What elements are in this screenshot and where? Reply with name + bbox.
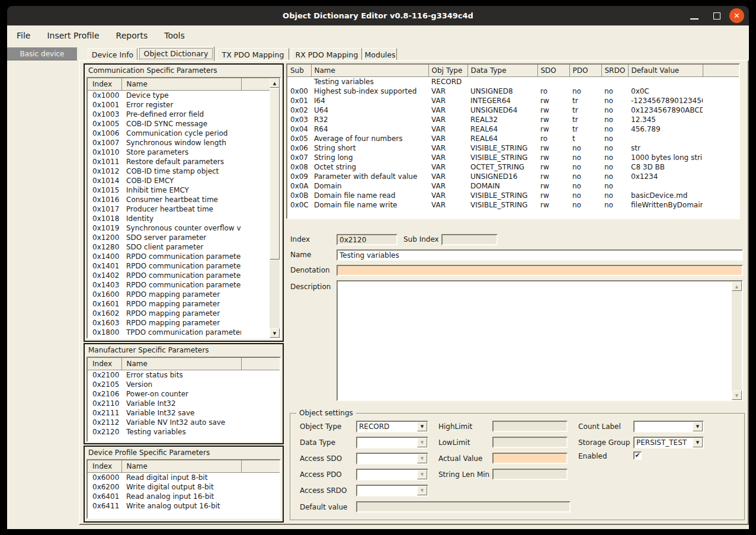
- table-row[interactable]: 0x1400RPDO communication parameter: [88, 252, 270, 261]
- description-field[interactable]: ▲ ▼: [337, 280, 743, 401]
- table-row[interactable]: 0x1010Store parameters: [88, 148, 270, 157]
- table-row[interactable]: 0x0BDomain file name readVARVISIBLE_STRI…: [287, 191, 739, 200]
- chevron-down-icon[interactable]: ▼: [693, 438, 703, 447]
- table-row[interactable]: 0x2105Version: [88, 380, 280, 389]
- close-button[interactable]: ✕: [729, 6, 745, 25]
- data-type-select[interactable]: ▼: [356, 437, 428, 448]
- scroll-up-icon[interactable]: ▲: [270, 78, 280, 88]
- table-row[interactable]: 0x2106Power-on counter: [88, 389, 280, 399]
- table-row[interactable]: 0x1602RPDO mapping parameter: [88, 309, 270, 318]
- column-header-data-type[interactable]: Data Type: [467, 65, 537, 76]
- table-row[interactable]: 0x2110Variable Int32: [88, 399, 280, 408]
- table-row[interactable]: 0x1402RPDO communication parameter: [88, 271, 270, 280]
- column-header-sdo[interactable]: SDO: [537, 65, 569, 76]
- table-row[interactable]: 0x2100Error status bits: [88, 370, 280, 380]
- table-row[interactable]: Testing variablesRECORD: [287, 76, 739, 87]
- chevron-down-icon[interactable]: ▼: [693, 422, 703, 431]
- tab-rx-pdo-mapping[interactable]: RX PDO Mapping: [291, 48, 362, 61]
- column-header-name[interactable]: Name: [311, 65, 428, 76]
- column-header-obj-type[interactable]: Obj Type: [428, 65, 467, 76]
- menu-file[interactable]: File: [17, 31, 30, 40]
- table-row[interactable]: 0x09Parameter with default valueVARUNSIG…: [287, 172, 739, 181]
- enabled-checkbox[interactable]: ✔: [633, 451, 642, 460]
- table-row[interactable]: 0x0ADomainVARDOMAINrwnono: [287, 181, 739, 191]
- column-header-name[interactable]: Name: [121, 460, 241, 472]
- index-field[interactable]: [337, 234, 398, 245]
- column-header-index[interactable]: Index: [88, 78, 121, 90]
- table-row[interactable]: 0x1018Identity: [88, 214, 270, 223]
- table-row[interactable]: 0x1000Device type: [88, 90, 270, 100]
- column-header-default-value[interactable]: Default Value: [628, 65, 703, 76]
- string-len-min-field[interactable]: [492, 469, 568, 480]
- column-header-index[interactable]: Index: [88, 460, 121, 472]
- table-row[interactable]: 0x05Average of four numbersVARREAL64rotn…: [287, 134, 739, 143]
- table-row[interactable]: 0x1019Synchronous counter overflow value: [88, 223, 270, 233]
- storage-group-select[interactable]: PERSIST_TEST ▼: [633, 437, 704, 448]
- table-row[interactable]: 0x2111Variable Int32 save: [88, 408, 280, 418]
- table-row[interactable]: 0x6200Write digital output 8-bit: [88, 482, 280, 492]
- table-row[interactable]: 0x1200SDO server parameter: [88, 233, 270, 242]
- tab-object-dictionary[interactable]: Object Dictionary: [137, 46, 214, 61]
- tab-modules[interactable]: Modules: [363, 48, 397, 61]
- table-row[interactable]: 0x6401Read analog input 16-bit: [88, 492, 280, 501]
- table-row[interactable]: 0x1600RPDO mapping parameter: [88, 290, 270, 299]
- tab-tx-pdo-mapping[interactable]: TX PDO Mapping: [217, 48, 289, 61]
- high-limit-field[interactable]: [492, 421, 568, 432]
- menu-reports[interactable]: Reports: [116, 31, 148, 40]
- actual-value-field[interactable]: [492, 453, 568, 464]
- table-row[interactable]: 0x1017Producer heartbeat time: [88, 204, 270, 214]
- table-row[interactable]: 0x1015Inhibit time EMCY: [88, 185, 270, 195]
- column-header-name[interactable]: Name: [121, 78, 241, 90]
- table-row[interactable]: 0x1403RPDO communication parameter: [88, 280, 270, 290]
- object-type-select[interactable]: RECORD ▼: [356, 421, 428, 433]
- menu-insert-profile[interactable]: Insert Profile: [47, 31, 99, 40]
- scroll-down-icon[interactable]: ▼: [732, 390, 742, 400]
- table-row[interactable]: 0x1401RPDO communication parameter: [88, 261, 270, 271]
- table-row[interactable]: 0x03R32VARREAL32rwtrno12.345: [287, 115, 739, 124]
- table-row[interactable]: 0x1001Error register: [88, 100, 270, 110]
- table-row[interactable]: 0x6000Read digital input 8-bit: [88, 472, 280, 482]
- scroll-up-icon[interactable]: ▲: [732, 281, 742, 291]
- sub-index-field[interactable]: [441, 234, 498, 245]
- table-row[interactable]: 0x1003Pre-defined error field: [88, 110, 270, 119]
- table-row[interactable]: 0x1012COB-ID time stamp object: [88, 166, 270, 176]
- table-row[interactable]: 0x01I64VARINTEGER64rwtrno-12345678901234…: [287, 96, 739, 105]
- comm-params-scrollbar[interactable]: ▲ ▼: [270, 78, 280, 338]
- table-row[interactable]: 0x1601RPDO mapping parameter: [88, 299, 270, 309]
- column-header-sub[interactable]: Sub: [287, 65, 311, 76]
- column-header-index[interactable]: Index: [88, 358, 121, 370]
- chevron-down-icon[interactable]: ▼: [417, 422, 427, 431]
- table-row[interactable]: 0x2120Testing variables: [88, 427, 280, 437]
- access-srdo-select[interactable]: ▼: [356, 485, 428, 496]
- table-row[interactable]: 0x1014COB-ID EMCY: [88, 176, 270, 185]
- table-row[interactable]: 0x1006Communication cycle period: [88, 129, 270, 138]
- column-header-name[interactable]: Name: [121, 358, 241, 370]
- column-header-srdo[interactable]: SRDO: [601, 65, 628, 76]
- table-row[interactable]: 0x1005COB-ID SYNC message: [88, 119, 270, 129]
- name-field[interactable]: [337, 249, 743, 261]
- table-row[interactable]: 0x2112Variable NV Int32 auto save: [88, 418, 280, 427]
- table-row[interactable]: 0x0CDomain file name writeVARVISIBLE_STR…: [287, 200, 739, 210]
- table-row[interactable]: 0x06String shortVARVISIBLE_STRINGrwnonos…: [287, 143, 739, 153]
- table-row[interactable]: 0x07String longVARVISIBLE_STRINGrwnono10…: [287, 153, 739, 162]
- default-value-field[interactable]: [356, 501, 571, 512]
- scroll-down-icon[interactable]: ▼: [270, 328, 280, 338]
- count-label-select[interactable]: ▼: [633, 421, 704, 433]
- menu-tools[interactable]: Tools: [164, 31, 185, 40]
- table-row[interactable]: 0x1016Consumer heartbeat time: [88, 195, 270, 204]
- table-row[interactable]: 0x1603RPDO mapping parameter: [88, 318, 270, 328]
- table-row[interactable]: 0x6411Write analog output 16-bit: [88, 501, 280, 511]
- table-row[interactable]: 0x02U64VARUNSIGNED64rwtrno0x1234567890AB…: [287, 105, 739, 115]
- table-row[interactable]: 0x08Octet stringVAROCTET_STRINGrwnonoC8 …: [287, 162, 739, 172]
- tab-device-info[interactable]: Device Info: [88, 48, 137, 61]
- scrollbar-thumb[interactable]: [270, 88, 280, 260]
- access-pdo-select[interactable]: ▼: [356, 469, 428, 480]
- device-tab-basic-device[interactable]: Basic device: [7, 47, 77, 60]
- table-row[interactable]: 0x1280SDO client parameter: [88, 242, 270, 252]
- column-header-pdo[interactable]: PDO: [569, 65, 601, 76]
- table-row[interactable]: 0x1007Synchronous window length: [88, 138, 270, 148]
- description-scrollbar[interactable]: ▲ ▼: [732, 281, 742, 400]
- access-sdo-select[interactable]: ▼: [356, 453, 428, 464]
- table-row[interactable]: 0x00Highest sub-index supportedVARUNSIGN…: [287, 87, 739, 96]
- denotation-field[interactable]: [337, 265, 743, 276]
